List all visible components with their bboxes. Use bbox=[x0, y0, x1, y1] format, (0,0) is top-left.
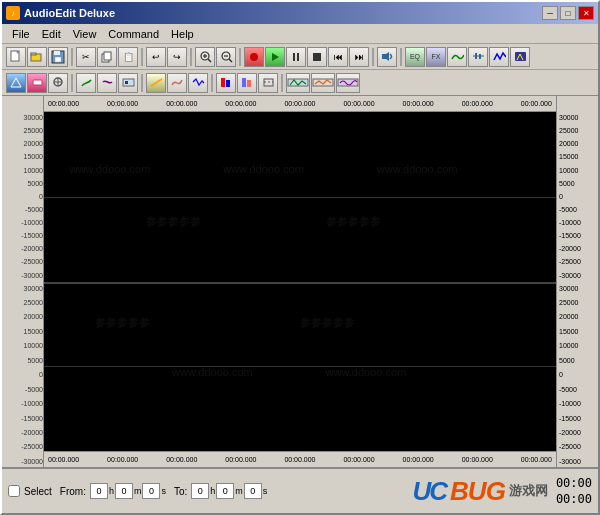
tool1-button[interactable] bbox=[6, 73, 26, 93]
to-h-input[interactable] bbox=[191, 483, 209, 499]
menu-edit[interactable]: Edit bbox=[36, 26, 67, 42]
left-ruler-top: 30000 25000 20000 15000 10000 5000 0 -50… bbox=[2, 96, 44, 467]
new-button[interactable] bbox=[6, 47, 26, 67]
svg-rect-6 bbox=[55, 57, 61, 62]
tool14-button[interactable] bbox=[311, 73, 335, 93]
status-right: UCBUG游戏网 00:00 00:00 bbox=[413, 476, 592, 507]
tool7-button[interactable] bbox=[146, 73, 166, 93]
toolbar-sep-3 bbox=[190, 48, 192, 66]
tool6-button[interactable] bbox=[118, 73, 138, 93]
ucbug-logo-area: UCBUG游戏网 bbox=[413, 476, 548, 507]
to-s-input[interactable] bbox=[244, 483, 262, 499]
redo-button[interactable]: ↪ bbox=[167, 47, 187, 67]
from-h-input[interactable] bbox=[90, 483, 108, 499]
watermark-7: 参参参参参 bbox=[300, 315, 355, 330]
to-m-input[interactable] bbox=[216, 483, 234, 499]
tool11-button[interactable] bbox=[237, 73, 257, 93]
watermark-8: www.ddooo.com bbox=[172, 366, 253, 378]
from-m-input[interactable] bbox=[115, 483, 133, 499]
y-label-n10000-top: -10000 bbox=[4, 219, 45, 226]
y-label-n15000-top: -15000 bbox=[4, 232, 45, 239]
cut-button[interactable]: ✂ bbox=[76, 47, 96, 67]
y-label-n20000-top: -20000 bbox=[4, 245, 45, 252]
zoom-out-button[interactable] bbox=[216, 47, 236, 67]
tool15-button[interactable] bbox=[336, 73, 360, 93]
select-checkbox[interactable] bbox=[8, 485, 20, 497]
save-button[interactable] bbox=[48, 47, 68, 67]
select-label: Select bbox=[24, 486, 52, 497]
forward-button[interactable]: ⏭ bbox=[349, 47, 369, 67]
effect6-button[interactable] bbox=[510, 47, 530, 67]
pause-button[interactable] bbox=[286, 47, 306, 67]
waveform-canvas[interactable]: www.ddooo.com www.ddooo.com www.ddooo.co… bbox=[44, 112, 556, 451]
close-button[interactable]: ✕ bbox=[578, 6, 594, 20]
ry-20000-top: 20000 bbox=[557, 140, 598, 147]
to-label: To: bbox=[174, 486, 187, 497]
tool2-button[interactable] bbox=[27, 73, 47, 93]
tool10-button[interactable] bbox=[216, 73, 236, 93]
svg-line-14 bbox=[229, 59, 232, 62]
undo-button[interactable]: ↩ bbox=[146, 47, 166, 67]
time-b0: 00:00.000 bbox=[48, 456, 79, 463]
ry-15000-bot: 15000 bbox=[557, 328, 598, 335]
y-label-15000-bot: 15000 bbox=[4, 328, 45, 335]
svg-rect-35 bbox=[226, 80, 230, 87]
ry-30000-bot: 30000 bbox=[557, 285, 598, 292]
y-label-20000-bot: 20000 bbox=[4, 313, 45, 320]
time-display-1: 00:00 bbox=[556, 476, 592, 490]
play-button[interactable] bbox=[265, 47, 285, 67]
time-b2: 00:00.000 bbox=[166, 456, 197, 463]
ry-15000-top: 15000 bbox=[557, 153, 598, 160]
time-ruler-top: 00:00.000 00:00.000 00:00.000 00:00.000 … bbox=[44, 96, 556, 112]
toolbar2-sep-2 bbox=[141, 74, 143, 92]
tool8-button[interactable] bbox=[167, 73, 187, 93]
y-label-n25000-top: -25000 bbox=[4, 258, 45, 265]
ry-25000-top: 25000 bbox=[557, 127, 598, 134]
y-label-n20000-bot: -20000 bbox=[4, 429, 45, 436]
restore-button[interactable]: □ bbox=[560, 6, 576, 20]
menu-view[interactable]: View bbox=[67, 26, 103, 42]
h-label-from: h bbox=[109, 486, 114, 496]
effect2-button[interactable]: FX bbox=[426, 47, 446, 67]
m-label-from: m bbox=[134, 486, 142, 496]
ry-20000-bot: 20000 bbox=[557, 313, 598, 320]
menu-file[interactable]: File bbox=[6, 26, 36, 42]
ch1-center-line bbox=[44, 197, 556, 198]
time-6: 00:00.000 bbox=[403, 100, 434, 107]
tool3-button[interactable] bbox=[48, 73, 68, 93]
waveform-center[interactable]: 00:00.000 00:00.000 00:00.000 00:00.000 … bbox=[44, 96, 556, 467]
record-button[interactable] bbox=[244, 47, 264, 67]
menu-help[interactable]: Help bbox=[165, 26, 200, 42]
svg-rect-36 bbox=[242, 78, 246, 87]
y-label-5000-bot: 5000 bbox=[4, 357, 45, 364]
tool5-button[interactable] bbox=[97, 73, 117, 93]
paste-button[interactable]: 📋 bbox=[118, 47, 138, 67]
time-1: 00:00.000 bbox=[107, 100, 138, 107]
effect4-button[interactable] bbox=[468, 47, 488, 67]
zoom-in-button[interactable] bbox=[195, 47, 215, 67]
from-label: From: bbox=[60, 486, 86, 497]
tool4-button[interactable] bbox=[76, 73, 96, 93]
copy-button[interactable] bbox=[97, 47, 117, 67]
rewind-button[interactable]: ⏮ bbox=[328, 47, 348, 67]
tool9-button[interactable] bbox=[188, 73, 208, 93]
effect1-button[interactable]: EQ bbox=[405, 47, 425, 67]
effect5-button[interactable] bbox=[489, 47, 509, 67]
minimize-button[interactable]: ─ bbox=[542, 6, 558, 20]
stop-button[interactable] bbox=[307, 47, 327, 67]
ry-n15000-bot: -15000 bbox=[557, 415, 598, 422]
time-7: 00:00.000 bbox=[462, 100, 493, 107]
volume-button[interactable] bbox=[377, 47, 397, 67]
y-label-n30000-bot: -30000 bbox=[4, 458, 45, 465]
uc-text: UC bbox=[413, 476, 447, 507]
menu-command[interactable]: Command bbox=[102, 26, 165, 42]
tool13-button[interactable] bbox=[286, 73, 310, 93]
toolbar2-sep-3 bbox=[211, 74, 213, 92]
tool12-button[interactable] bbox=[258, 73, 278, 93]
effect3-button[interactable] bbox=[447, 47, 467, 67]
open-button[interactable] bbox=[27, 47, 47, 67]
time-display-2: 00:00 bbox=[556, 492, 592, 506]
s-label-to: s bbox=[263, 486, 268, 496]
y-label-10000-bot: 10000 bbox=[4, 342, 45, 349]
from-s-input[interactable] bbox=[142, 483, 160, 499]
